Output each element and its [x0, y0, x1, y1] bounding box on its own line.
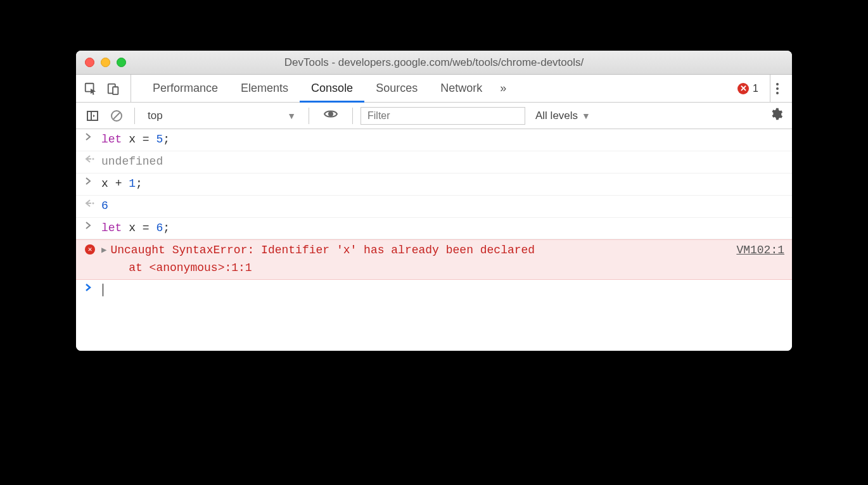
toggle-console-sidebar-icon[interactable]	[82, 110, 103, 122]
window-titlebar: DevTools - developers.google.com/web/too…	[76, 51, 792, 75]
window-title: DevTools - developers.google.com/web/too…	[76, 56, 792, 69]
result-arrow-icon	[85, 198, 101, 208]
console-result-line[interactable]: undefined	[76, 151, 792, 173]
input-prompt-icon	[85, 175, 101, 186]
chevron-down-icon: ▼	[287, 111, 296, 121]
console-line-content: 6	[101, 198, 784, 215]
tab-sources[interactable]: Sources	[364, 75, 429, 102]
tab-elements[interactable]: Elements	[229, 75, 300, 102]
svg-point-12	[93, 202, 94, 204]
clear-console-icon[interactable]	[106, 110, 127, 122]
error-icon: ✕	[85, 242, 101, 255]
input-prompt-icon	[85, 131, 101, 141]
toggle-device-toolbar-icon[interactable]	[106, 82, 120, 96]
close-window-button[interactable]	[85, 58, 94, 67]
execution-context-select[interactable]: top ▼	[143, 110, 301, 122]
filter-input[interactable]	[361, 107, 525, 125]
console-settings-icon[interactable]	[769, 107, 783, 124]
devtools-window: DevTools - developers.google.com/web/too…	[76, 51, 792, 351]
main-tabs-bar: PerformanceElementsConsoleSourcesNetwork…	[76, 75, 792, 103]
tab-performance[interactable]: Performance	[141, 75, 229, 102]
svg-point-10	[329, 112, 333, 116]
input-prompt-icon	[85, 220, 101, 230]
console-line-content: undefined	[101, 153, 784, 171]
console-line-content: let x = 5;	[101, 131, 784, 149]
more-options-button[interactable]	[770, 75, 784, 102]
console-prompt-input[interactable]	[101, 282, 784, 299]
console-line-content: x + 1;	[101, 175, 784, 193]
tab-console[interactable]: Console	[300, 75, 364, 102]
console-output[interactable]: let x = 5;undefinedx + 1;6let x = 6;✕▶Un…	[76, 129, 792, 351]
log-levels-value: All levels	[535, 110, 578, 122]
svg-point-5	[776, 92, 779, 94]
error-message: ▶Uncaught SyntaxError: Identifier 'x' ha…	[101, 242, 724, 277]
console-error-line[interactable]: ✕▶Uncaught SyntaxError: Identifier 'x' h…	[76, 239, 792, 280]
console-input-line[interactable]: let x = 5;	[76, 129, 792, 151]
svg-point-11	[93, 158, 94, 160]
console-input-line[interactable]: x + 1;	[76, 173, 792, 196]
expand-error-icon[interactable]: ▶	[101, 245, 106, 255]
tab-network[interactable]: Network	[429, 75, 494, 102]
console-result-line[interactable]: 6	[76, 196, 792, 218]
traffic-lights	[85, 58, 126, 67]
result-arrow-icon	[85, 153, 101, 163]
console-prompt-line[interactable]	[76, 280, 792, 301]
tabs-overflow-button[interactable]: »	[494, 82, 513, 95]
error-source-link[interactable]: VM102:1	[724, 242, 784, 260]
live-expression-icon[interactable]	[317, 108, 345, 123]
error-count: 1	[753, 83, 758, 94]
error-icon: ✕	[737, 83, 749, 94]
svg-point-4	[776, 87, 779, 90]
console-input-line[interactable]: let x = 6;	[76, 218, 792, 240]
svg-point-3	[776, 83, 779, 85]
console-line-content: let x = 6;	[101, 220, 784, 237]
error-count-badge[interactable]: ✕ 1	[731, 83, 765, 94]
inspect-element-icon[interactable]	[84, 82, 98, 96]
text-cursor	[103, 284, 103, 296]
console-toolbar: top ▼ All levels ▼	[76, 103, 792, 129]
log-levels-select[interactable]: All levels ▼	[529, 110, 597, 122]
prompt-icon	[85, 282, 101, 292]
error-stack-trace: at <anonymous>:1:1	[101, 261, 252, 274]
svg-rect-6	[87, 111, 98, 120]
minimize-window-button[interactable]	[101, 58, 110, 67]
chevron-down-icon: ▼	[582, 111, 590, 121]
execution-context-value: top	[148, 110, 163, 122]
svg-rect-2	[113, 87, 118, 94]
zoom-window-button[interactable]	[117, 58, 126, 67]
svg-line-9	[113, 113, 120, 119]
